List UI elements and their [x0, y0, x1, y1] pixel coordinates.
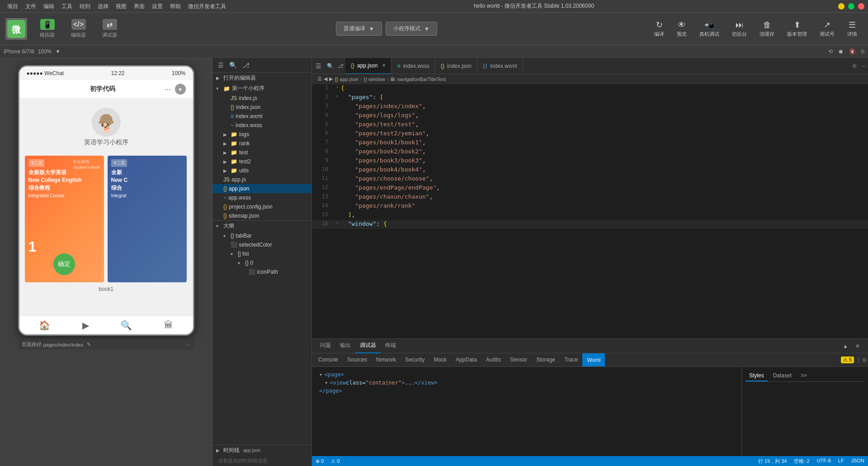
folder-item-test[interactable]: ▶ 📁 test	[212, 148, 311, 157]
copy-icon[interactable]: ⎘	[861, 48, 864, 55]
devtools-tab-issues[interactable]: 问题	[316, 339, 335, 353]
page-path-edit-icon[interactable]: ✎	[87, 342, 91, 347]
menu-interface[interactable]: 界面	[130, 0, 148, 13]
book-card-1[interactable]: 十二五 全新版大学英语New College English综合教程 Integ…	[25, 156, 104, 282]
debugger-tab-trace[interactable]: Trace	[560, 353, 582, 367]
debugger-more-dots[interactable]: ⋮	[856, 357, 861, 363]
version-mgmt-button[interactable]: ⬆ 版本管理	[782, 17, 812, 40]
breadcrumb-nav-prev[interactable]: ◀	[324, 76, 327, 82]
device-zoom-dropdown-icon[interactable]: ▼	[55, 48, 61, 55]
menu-select[interactable]: 选择	[94, 0, 112, 13]
editor-more-icon[interactable]: ···	[860, 63, 868, 69]
phone-nav-profile[interactable]: 🏛	[164, 320, 173, 331]
styles-tab-dataset[interactable]: Dataset	[769, 371, 795, 381]
breadcrumb-file[interactable]: app.json	[340, 76, 359, 82]
maximize-button[interactable]: □	[848, 3, 854, 10]
editor-button[interactable]: </> 编辑器	[64, 16, 93, 41]
editor-split-view-icon[interactable]: ⎘	[849, 63, 860, 69]
line-fold-2[interactable]: ▾	[334, 93, 341, 102]
file-item-projectconfig[interactable]: {} project.config.json	[212, 202, 311, 211]
tab-appjson[interactable]: {} app.json ✕	[345, 58, 392, 74]
file-item-appwxss[interactable]: ~ app.wxss	[212, 193, 311, 202]
menu-settings[interactable]: 设置	[148, 0, 166, 13]
breadcrumb-nav-back[interactable]: ☰	[317, 76, 322, 82]
opened-editors-section[interactable]: ▶ 打开的编辑器	[212, 73, 311, 83]
folder-item-logs[interactable]: ▶ 📁 logs	[212, 130, 311, 139]
outline-iconpath[interactable]: ⬛ iconPath	[212, 267, 311, 276]
debugger-tab-sources[interactable]: Sources	[343, 353, 372, 367]
debugger-popout-icon[interactable]: ⎘	[863, 357, 866, 363]
menu-wechat-tool[interactable]: 微信开发者工具	[184, 0, 230, 13]
record-icon[interactable]: ⏺	[838, 48, 844, 55]
debugger-tab-storage[interactable]: Storage	[532, 353, 560, 367]
editor-tabs-menu-icon[interactable]: ☰	[312, 62, 325, 70]
outline-list[interactable]: ▾ [] list	[212, 249, 311, 258]
cut-after-button[interactable]: ⏭ 切后台	[726, 18, 752, 40]
mute-icon[interactable]: 🔇	[849, 48, 856, 55]
menu-goto[interactable]: 转到	[76, 0, 94, 13]
code-area[interactable]: 1 ▾ { 2 ▾ "pages": [ 3 "pages/	[312, 84, 868, 338]
tab-appjson-close[interactable]: ✕	[382, 63, 386, 68]
devtools-tab-output[interactable]: 输出	[335, 339, 355, 353]
outline-selectedcolor[interactable]: ⬛ selectedColor	[212, 240, 311, 249]
folder-item-rank[interactable]: ▶ 📁 rank	[212, 139, 311, 148]
file-item-indexwxml[interactable]: ≡ index.wxml	[212, 112, 311, 121]
phone-nav-play[interactable]: ▶	[82, 320, 89, 331]
menu-help[interactable]: 帮助	[166, 0, 184, 13]
xml-page-line[interactable]: ▾ <page>	[316, 371, 738, 379]
timeline-section[interactable]: ▶ 时间线 app.json	[212, 445, 311, 456]
styles-tab-more[interactable]: >>	[797, 371, 811, 381]
file-item-indexjs[interactable]: JS index.js	[212, 94, 311, 103]
confirm-button[interactable]: 确定	[53, 253, 75, 275]
debugger-tab-network[interactable]: Network	[372, 353, 401, 367]
simulator-button[interactable]: 📱 模拟器	[33, 16, 62, 41]
line-fold-1[interactable]: ▾	[334, 84, 341, 93]
folder-item-test2[interactable]: ▶ 📁 test2	[212, 157, 311, 166]
xml-page-expand[interactable]: ▾	[319, 371, 322, 378]
tab-indexwxml[interactable]: ⟨⟩ index.wxml	[477, 58, 523, 74]
editor-split-icon[interactable]: ⎇	[335, 63, 345, 69]
debugger-tab-sensor[interactable]: Sensor	[505, 353, 532, 367]
outline-list-0[interactable]: ▾ {} 0	[212, 258, 311, 267]
devtools-tab-terminal[interactable]: 终端	[381, 339, 401, 353]
folder-item-utils[interactable]: ▶ 📁 utils	[212, 166, 311, 175]
xml-view-line[interactable]: ▾ <view class= "container" > ... </view>	[316, 379, 738, 387]
xml-view-expand[interactable]: ▾	[325, 380, 328, 386]
page-path-dots[interactable]: ···	[186, 342, 190, 347]
breadcrumb-nav-next[interactable]: ▶	[329, 76, 333, 82]
devtools-close-icon[interactable]: ✕	[853, 342, 863, 350]
menu-project[interactable]: 项目	[4, 0, 22, 13]
devtools-tab-debugger[interactable]: 调试器	[355, 339, 381, 353]
phone-menu-icon[interactable]: ···	[164, 85, 171, 94]
menu-view[interactable]: 视图	[112, 0, 130, 13]
book-card-2[interactable]: 十二五 全新New C综合 Integrat	[108, 156, 187, 282]
mode-selector[interactable]: 小程序模式 ▼	[386, 22, 437, 36]
project-section[interactable]: ▾ 📁 第一个小程序	[212, 83, 311, 94]
test-button[interactable]: ↗ 测试号	[814, 17, 840, 40]
file-item-appjson[interactable]: {} app.json	[212, 184, 311, 193]
file-tree-branch-icon[interactable]: ⎇	[241, 61, 251, 70]
tab-indexwxss[interactable]: ≡ index.wxss	[392, 58, 435, 74]
outline-section[interactable]: ▾ 大纲	[212, 221, 311, 231]
compile-selector[interactable]: 普通编译 ▼	[336, 22, 382, 36]
debugger-button[interactable]: ⇄ 调试器	[95, 16, 124, 41]
menu-edit[interactable]: 编辑	[40, 0, 58, 13]
compile-button[interactable]: ↻ 编译	[649, 17, 670, 40]
details-button[interactable]: ☰ 详情	[842, 17, 863, 40]
debugger-tab-wxml[interactable]: Wxml	[582, 353, 605, 367]
menu-file[interactable]: 文件	[22, 0, 40, 13]
debugger-tab-console[interactable]: Console	[314, 353, 343, 367]
debugger-tab-audits[interactable]: Audits	[481, 353, 505, 367]
file-item-indexwxss[interactable]: ~ index.wxss	[212, 121, 311, 130]
file-item-sitemap[interactable]: {} sitemap.json	[212, 211, 311, 220]
line-fold-16[interactable]: ▾	[334, 220, 341, 229]
phone-nav-search[interactable]: 🔍	[121, 320, 132, 331]
outline-tabbar[interactable]: ▾ {} tabBar	[212, 231, 311, 240]
file-tree-search-icon[interactable]: 🔍	[227, 61, 239, 70]
editor-search-icon[interactable]: 🔍	[325, 63, 335, 69]
phone-record-button[interactable]: ●	[175, 84, 186, 95]
debugger-tab-security[interactable]: Security	[401, 353, 429, 367]
close-button[interactable]: ✕	[858, 3, 864, 10]
tab-indexjson[interactable]: {} index.json	[435, 58, 477, 74]
file-item-indexjson[interactable]: {} index.json	[212, 103, 311, 112]
